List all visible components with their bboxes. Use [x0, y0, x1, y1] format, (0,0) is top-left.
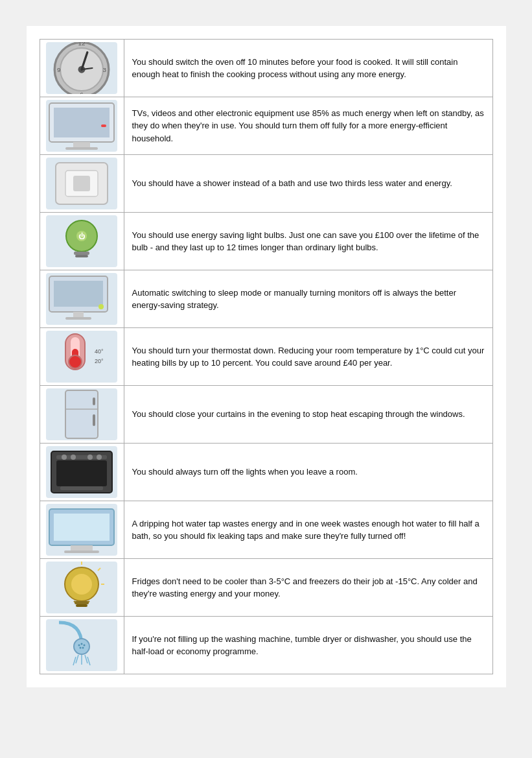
svg-text:6: 6	[80, 91, 84, 94]
icon-wrapper-7	[46, 446, 117, 498]
svg-line-54	[98, 568, 100, 571]
tip-text-4: Automatic switching to sleep mode or man…	[124, 270, 492, 328]
svg-point-43	[97, 455, 102, 460]
table-row: 40° 20° You should turn your thermostat …	[40, 328, 492, 386]
svg-rect-48	[64, 551, 99, 553]
table-row: You should close your curtains in the ev…	[40, 386, 492, 444]
svg-rect-11	[73, 142, 90, 147]
svg-point-42	[87, 455, 93, 460]
svg-rect-52	[76, 604, 87, 607]
table-row: Automatic switching to sleep mode or man…	[40, 270, 492, 328]
svg-point-60	[80, 647, 82, 649]
svg-rect-33	[65, 390, 98, 438]
oven-lights-icon	[40, 444, 124, 501]
tv-standby-icon	[40, 97, 124, 155]
svg-text:12: 12	[78, 42, 85, 47]
table-row: If you're not filling up the washing mac…	[40, 617, 492, 674]
svg-rect-36	[93, 414, 95, 426]
svg-point-58	[81, 643, 83, 645]
svg-point-61	[82, 647, 84, 649]
icon-wrapper-3: ⏻	[46, 215, 117, 267]
svg-rect-23	[54, 281, 103, 307]
tip-text-2: You should have a shower instead of a ba…	[124, 155, 492, 213]
svg-text:⏻: ⏻	[78, 232, 86, 240]
icon-wrapper-0: 12 3 6 9	[46, 42, 117, 94]
svg-point-41	[71, 455, 76, 460]
svg-rect-46	[54, 514, 110, 541]
svg-line-64	[85, 655, 87, 663]
icon-wrapper-10	[46, 619, 117, 671]
svg-rect-18	[74, 252, 89, 255]
svg-rect-24	[73, 312, 84, 317]
tip-text-9: Fridges don't need to be cooler than 3-5…	[124, 559, 492, 617]
table-row: TVs, videos and other electronic equipme…	[40, 97, 492, 155]
icon-wrapper-6	[46, 388, 117, 440]
svg-point-40	[62, 455, 67, 460]
shower-icon	[40, 617, 124, 674]
svg-rect-19	[75, 255, 88, 257]
svg-rect-25	[65, 317, 91, 320]
oven-timer-icon: 12 3 6 9	[40, 40, 124, 97]
tip-text-7: You should always turn off the lights wh…	[124, 444, 492, 501]
table-row: You should always turn off the lights wh…	[40, 444, 492, 501]
icon-wrapper-5: 40° 20°	[46, 331, 117, 383]
icon-wrapper-9	[46, 562, 117, 613]
tip-text-5: You should turn your thermostat down. Re…	[124, 328, 492, 386]
svg-rect-44	[60, 486, 103, 490]
tip-text-0: You should switch the oven off 10 minute…	[124, 40, 492, 97]
tap-tv-icon	[40, 501, 124, 559]
svg-point-57	[78, 645, 80, 646]
tips-table: 12 3 6 9 You should switch the oven off …	[40, 39, 493, 674]
tip-text-10: If you're not filling up the washing mac…	[124, 617, 492, 674]
curtains-fridge-icon	[40, 386, 124, 444]
fridge-freezer-icon	[40, 559, 124, 617]
svg-rect-51	[75, 601, 89, 604]
svg-rect-35	[93, 397, 95, 405]
svg-point-50	[71, 574, 92, 595]
svg-line-66	[87, 657, 90, 665]
table-row: A dripping hot water tap wastes energy a…	[40, 501, 492, 559]
icon-wrapper-2	[46, 158, 117, 209]
tip-text-6: You should close your curtains in the ev…	[124, 386, 492, 444]
svg-line-65	[73, 657, 76, 665]
svg-rect-10	[54, 108, 110, 137]
icon-wrapper-8	[46, 504, 117, 556]
svg-text:9: 9	[57, 66, 61, 73]
svg-rect-13	[101, 124, 106, 127]
svg-point-56	[74, 639, 89, 654]
icon-wrapper-1	[46, 100, 117, 152]
svg-rect-47	[71, 545, 93, 551]
svg-point-30	[69, 355, 82, 368]
svg-rect-16	[73, 176, 90, 191]
tip-text-3: You should use energy saving light bulbs…	[124, 213, 492, 270]
svg-point-59	[84, 645, 86, 646]
svg-text:3: 3	[102, 66, 106, 73]
table-row: You should have a shower instead of a ba…	[40, 155, 492, 213]
tip-text-1: TVs, videos and other electronic equipme…	[124, 97, 492, 155]
energy-bulb-icon: ⏻	[40, 213, 124, 270]
svg-rect-12	[65, 147, 98, 150]
svg-rect-38	[56, 460, 107, 486]
page-container: 12 3 6 9 You should switch the oven off …	[27, 26, 506, 687]
table-row: ⏻ You should use energy saving light bul…	[40, 213, 492, 270]
svg-line-62	[76, 655, 78, 663]
svg-point-26	[98, 304, 104, 309]
monitor-icon	[40, 270, 124, 328]
thermostat-icon: 40° 20°	[40, 328, 124, 386]
light-switch-icon	[40, 155, 124, 213]
table-row: 12 3 6 9 You should switch the oven off …	[40, 40, 492, 97]
tip-text-8: A dripping hot water tap wastes energy a…	[124, 501, 492, 559]
table-row: Fridges don't need to be cooler than 3-5…	[40, 559, 492, 617]
svg-text:40°: 40°	[95, 348, 104, 355]
svg-text:20°: 20°	[95, 358, 104, 364]
icon-wrapper-4	[46, 273, 117, 325]
